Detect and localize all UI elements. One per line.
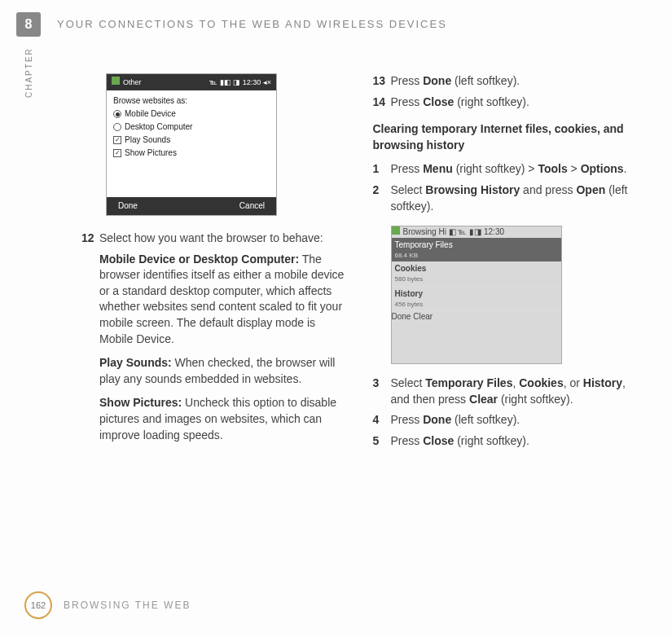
t: Close <box>423 95 454 108</box>
step-text: Press Close (right softkey). <box>391 433 640 450</box>
radio-desktop-computer: Desktop Computer <box>125 121 192 133</box>
step-text: Press Done (left softkey). <box>391 73 640 90</box>
radio-mobile-device: Mobile Device <box>125 108 176 120</box>
step-2: 2 Select Browsing History and press Open… <box>373 182 640 214</box>
step-text: Select Browsing History and press Open (… <box>391 182 640 214</box>
t: Press <box>391 74 424 87</box>
check-show-pictures: Show Pictures <box>125 147 177 159</box>
step-14: 14 Press Close (right softkey). <box>373 94 640 111</box>
row-label: Temporary Files <box>395 239 558 251</box>
option-play-sounds: Play Sounds: When checked, the browser w… <box>99 355 349 387</box>
screenshot1-titlebar: Other ℡ ▮◧ ◨ 12:30 ◂× <box>107 74 276 90</box>
t: (right softkey). <box>454 95 529 108</box>
t: (right softkey) > <box>453 162 538 175</box>
option-label: Mobile Device or Desktop Computer: <box>99 253 299 266</box>
page-footer: 162 BROWSING THE WEB <box>24 591 191 619</box>
screenshot2-softkeys: Done Clear <box>392 311 561 323</box>
footer-section-title: BROWSING THE WEB <box>64 600 191 611</box>
right-column: 13 Press Done (left softkey). 14 Press C… <box>373 73 640 455</box>
checkbox-icon: ✓ <box>113 136 121 144</box>
t: and press <box>520 183 576 196</box>
row-cookies: Cookies 580 bytes <box>392 261 561 286</box>
step-5: 5 Press Close (right softkey). <box>373 433 640 450</box>
start-icon <box>112 77 120 85</box>
step-3: 3 Select Temporary Files, Cookies, or Hi… <box>373 376 640 407</box>
screenshot1-title: Other <box>123 78 142 86</box>
row-temporary-files: Temporary Files 68.4 KB <box>392 238 561 261</box>
left-column: Other ℡ ▮◧ ◨ 12:30 ◂× Browse websites as… <box>81 73 349 455</box>
t: , or <box>564 376 583 389</box>
step-number: 14 <box>373 94 391 111</box>
step-4: 4 Press Done (left softkey). <box>373 412 640 428</box>
t: Options <box>581 162 624 175</box>
t: History <box>583 376 622 389</box>
row-history: History 456 bytes <box>392 287 561 311</box>
softkey-clear: Clear <box>413 312 433 321</box>
step-number: 13 <box>373 73 391 90</box>
softkey-done: Done <box>118 200 138 212</box>
radio-icon <box>113 110 121 118</box>
start-icon <box>392 226 400 235</box>
t: . <box>624 162 627 175</box>
screenshot1-prompt: Browse websites as: <box>113 95 270 107</box>
t: Temporary Files <box>425 376 512 389</box>
t: Select <box>391 183 426 196</box>
step-text: Press Close (right softkey). <box>391 94 640 111</box>
step-text: Select Temporary Files, Cookies, or Hist… <box>391 376 640 407</box>
softkey-done: Done <box>392 312 411 321</box>
step-number: 1 <box>373 161 391 178</box>
t: (left softkey). <box>451 413 520 426</box>
chapter-number-badge: 8 <box>16 12 41 37</box>
softkey-cancel: Cancel <box>239 200 265 212</box>
row-size: 68.4 KB <box>395 251 558 260</box>
step-1: 1 Press Menu (right softkey) > Tools > O… <box>373 161 640 178</box>
t: Cookies <box>519 376 563 389</box>
step-text: Press Done (left softkey). <box>391 412 640 428</box>
step-12: 12 Select how you want the browser to be… <box>81 231 349 247</box>
t: Tools <box>538 162 567 175</box>
check-play-sounds: Play Sounds <box>125 134 170 146</box>
step-number: 2 <box>373 182 391 214</box>
screenshot2-title: Browsing Hi <box>403 227 446 236</box>
step-text: Press Menu (right softkey) > Tools > Opt… <box>391 161 640 178</box>
step-number: 3 <box>373 376 391 407</box>
t: Press <box>391 95 424 108</box>
row-size: 580 bytes <box>395 275 558 283</box>
t: Done <box>423 413 451 426</box>
row-label: Cookies <box>395 263 558 275</box>
page-number-circle: 162 <box>24 591 52 619</box>
option-label: Play Sounds: <box>99 356 172 369</box>
t: > <box>568 162 581 175</box>
t: Open <box>576 183 605 196</box>
option-mobile-desktop: Mobile Device or Desktop Computer: The b… <box>99 252 349 348</box>
t: Done <box>423 74 451 87</box>
t: Press <box>391 413 424 426</box>
screenshot2-titlebar: Browsing Hi ◧ ℡ ▮◨ 12:30 <box>392 226 561 238</box>
screenshot-browsing-history: Browsing Hi ◧ ℡ ▮◨ 12:30 Temporary Files… <box>391 226 562 364</box>
chapter-label: CHAPTER <box>24 47 33 98</box>
step-number: 5 <box>373 433 391 450</box>
step-number: 12 <box>81 231 99 247</box>
section-heading-clearing: Clearing temporary Internet files, cooki… <box>373 121 640 153</box>
screenshot1-status: ℡ ▮◧ ◨ 12:30 ◂× <box>209 77 271 88</box>
row-label: History <box>395 288 558 300</box>
step-13: 13 Press Done (left softkey). <box>373 73 640 90</box>
option-label: Show Pictures: <box>99 396 182 409</box>
screenshot2-status: ◧ ℡ ▮◨ 12:30 <box>449 227 504 236</box>
step-text: Select how you want the browser to behav… <box>99 231 349 247</box>
t: (right softkey). <box>454 434 529 447</box>
screenshot1-body: Browse websites as: Mobile Device Deskto… <box>107 90 276 197</box>
screenshot-browser-options: Other ℡ ▮◧ ◨ 12:30 ◂× Browse websites as… <box>106 73 277 216</box>
t: Menu <box>423 162 453 175</box>
t: (right softkey). <box>498 393 573 406</box>
option-show-pictures: Show Pictures: Uncheck this option to di… <box>99 395 349 443</box>
screenshot1-softkeys: Done Cancel <box>107 197 276 215</box>
t: Clear <box>469 393 498 406</box>
page-header-title: YOUR CONNECTIONS TO THE WEB AND WIRELESS… <box>57 18 447 30</box>
radio-icon <box>113 123 121 131</box>
step-number: 4 <box>373 412 391 428</box>
option-text: The browser identifies itself as either … <box>99 253 344 345</box>
screenshot2-body: Temporary Files 68.4 KB Cookies 580 byte… <box>392 238 561 311</box>
t: Press <box>391 162 424 175</box>
t: (left softkey). <box>451 74 520 87</box>
